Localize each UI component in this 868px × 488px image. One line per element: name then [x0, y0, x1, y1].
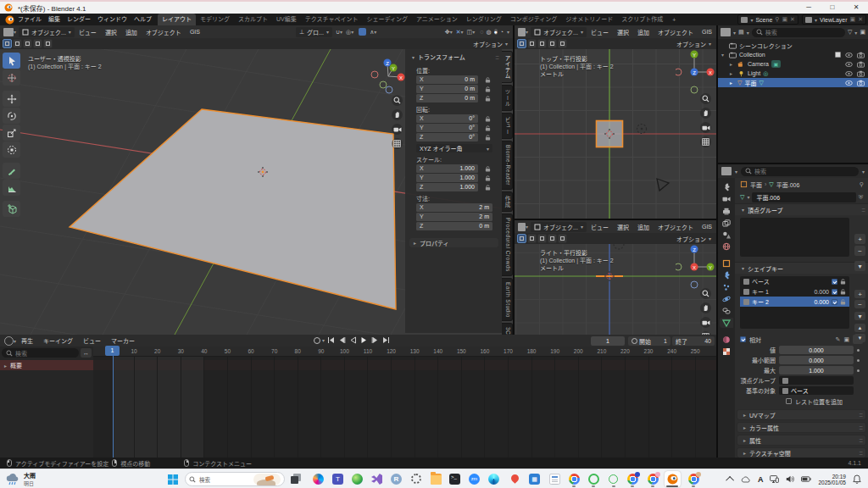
copilot-icon[interactable]	[313, 474, 324, 485]
eyedropper-icon[interactable]: ✎	[836, 336, 841, 343]
frame-start-field[interactable]: 開始1	[628, 336, 670, 346]
timeline-keyframe-area[interactable]: 1020304050607080901001101201301401501601…	[93, 347, 716, 458]
proportional-toggle[interactable]	[359, 28, 366, 36]
add-workspace-button[interactable]: +	[667, 17, 681, 23]
pan-hand-icon[interactable]	[700, 302, 711, 313]
shape-key-specials[interactable]: ▾	[854, 312, 865, 320]
viewport-menu-item[interactable]: オブジェクト	[654, 28, 698, 36]
editor-type-icon[interactable]	[721, 167, 732, 175]
axis-gizmo[interactable]: Y X Z	[676, 49, 716, 95]
viewport-menu-item[interactable]: GIS	[698, 29, 716, 35]
pan-hand-icon[interactable]	[392, 109, 403, 120]
rotation-field[interactable]: Z0°	[416, 133, 478, 141]
channel-search[interactable]: 検索	[2, 348, 79, 358]
remove-shape-key-button[interactable]: −	[854, 300, 865, 308]
disable-render-icon[interactable]	[857, 70, 865, 77]
orientation-dropdown[interactable]: ⊥グロ...▾	[296, 27, 332, 37]
folder-icon[interactable]	[431, 474, 442, 485]
workspace-tab[interactable]: コンポジティング	[506, 14, 562, 25]
hide-eye-icon[interactable]	[845, 52, 853, 58]
vertex-groups-panel-header[interactable]: ▾頂点グループ::::	[735, 203, 868, 215]
ortho-grid-icon[interactable]	[700, 136, 711, 147]
scale-field[interactable]: Z1.000	[416, 183, 478, 191]
next-keyframe-button[interactable]	[370, 336, 380, 345]
options-dropdown[interactable]: オプション▾	[473, 40, 508, 48]
material-shading-icon[interactable]: ●	[494, 29, 498, 35]
npanel-tab[interactable]: Biome-Reader	[502, 141, 513, 190]
timeline-ruler[interactable]: 1020304050607080901001101201301401501601…	[93, 347, 716, 357]
prev-keyframe-button[interactable]	[337, 336, 347, 345]
viewport-menu-item[interactable]: 追加	[633, 223, 654, 231]
transform-panel-header[interactable]: ▾トランスフォーム::::	[405, 49, 502, 64]
rotate-tool[interactable]	[3, 108, 20, 124]
tab-object-data[interactable]	[720, 318, 733, 328]
maximize-button[interactable]: □	[821, 2, 844, 14]
lock-icon[interactable]	[485, 116, 491, 122]
dimension-field[interactable]: Y2 m	[416, 213, 492, 221]
outliner-row-plane[interactable]: ▸▽ 平面 ▽	[718, 78, 868, 87]
plane-object[interactable]	[70, 109, 396, 309]
transform-tool[interactable]	[3, 141, 20, 158]
viewport-menu-item[interactable]: 追加	[633, 28, 654, 36]
scale-field[interactable]: X1.000	[416, 164, 478, 173]
camera-view-icon[interactable]	[700, 317, 711, 328]
xray-toggle-icon[interactable]: ◫	[467, 29, 473, 36]
workspace-tab[interactable]: ジオメトリノード	[561, 14, 617, 25]
rotation-field[interactable]: Y0°	[416, 124, 478, 132]
add-shape-key-button[interactable]: +	[854, 290, 865, 298]
select-box-tool[interactable]	[3, 53, 20, 69]
camera-view-icon[interactable]	[700, 122, 711, 133]
lock-icon[interactable]	[485, 86, 491, 92]
battery-icon[interactable]	[801, 476, 811, 482]
mode-dropdown[interactable]: オブジェク...▾	[19, 27, 75, 37]
lock-icon[interactable]	[485, 135, 491, 141]
npanel-tab[interactable]: 作成	[502, 191, 513, 212]
lock-icon[interactable]	[485, 185, 491, 191]
collapsed-panel-header[interactable]: ▸属性::::	[737, 435, 866, 446]
properties-search[interactable]: 検索	[741, 167, 859, 176]
workspace-tab[interactable]: スカルプト	[234, 14, 272, 25]
collapsed-panel-header[interactable]: ▸カラー属性::::	[737, 422, 866, 433]
viewport-menu-item[interactable]: 追加	[121, 28, 142, 36]
lock-icon[interactable]	[485, 96, 491, 102]
npanel-tab[interactable]: アイテム	[502, 51, 513, 83]
green-circle-app-icon[interactable]	[609, 474, 618, 484]
tab-physics[interactable]	[720, 294, 733, 304]
tab-constraints[interactable]	[720, 306, 733, 316]
remove-vertex-group-button[interactable]: −	[854, 246, 865, 256]
tab-material[interactable]	[720, 335, 733, 345]
current-frame-field[interactable]: 1	[591, 336, 625, 346]
zoom-icon[interactable]	[392, 95, 403, 106]
annotate-tool[interactable]	[3, 163, 20, 179]
workspace-tab[interactable]: レンダリング	[462, 14, 506, 25]
scale-tool[interactable]	[3, 125, 20, 141]
menu-item[interactable]: ウィンドウ	[94, 14, 131, 25]
timeline-menu-item[interactable]: ビュー	[78, 336, 106, 345]
vertex-group-field[interactable]	[779, 376, 854, 385]
viewport-menu-item[interactable]: GIS	[186, 29, 204, 35]
editor-type-icon[interactable]	[4, 336, 14, 346]
tab-particles[interactable]	[720, 282, 733, 292]
collapsed-panel-header[interactable]: ▸テクスチャ空間::::	[737, 447, 866, 458]
add-cube-tool[interactable]	[3, 201, 20, 217]
green-ring-app-icon[interactable]	[588, 474, 599, 485]
data-name-field[interactable]: 平面.006	[752, 192, 855, 202]
outliner-settings-icon[interactable]: ▣	[860, 29, 865, 36]
location-field[interactable]: Z0 m	[416, 94, 478, 103]
solid-shading-icon[interactable]: ◍	[486, 29, 491, 36]
axis-gizmo[interactable]: Z Y X	[676, 244, 716, 290]
timeline-menu-item[interactable]: 再生	[16, 336, 38, 345]
visual-studio-icon[interactable]	[371, 474, 382, 485]
display-icon[interactable]	[770, 475, 779, 483]
scale-field[interactable]: Y1.000	[416, 174, 478, 182]
remove-icon[interactable]: ✕	[858, 16, 863, 23]
blender-logo-icon[interactable]	[5, 15, 14, 25]
viewport-menu-item[interactable]: ビュー	[75, 28, 101, 36]
move-down-button[interactable]: ▼	[854, 334, 865, 342]
viewport-menu-item[interactable]: オブジェクト	[142, 28, 186, 36]
close-button[interactable]: ✕	[844, 2, 868, 14]
vertex-groups-list[interactable]	[740, 218, 849, 257]
tab-viewlayer[interactable]	[720, 218, 733, 228]
terminal-icon[interactable]: >_	[449, 474, 460, 485]
workspace-tab[interactable]: アニメーション	[412, 14, 462, 25]
